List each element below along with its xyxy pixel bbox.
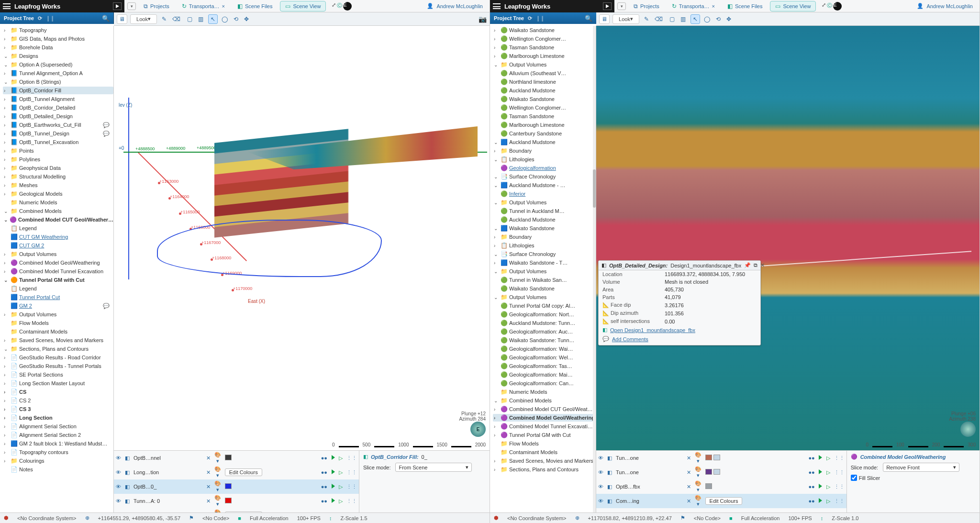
expand-icon[interactable]: › — [494, 36, 499, 42]
tree-item[interactable]: ⌄🟦Waikato Sandstone — [493, 224, 596, 232]
tree-item[interactable]: 🟢Geologicalformation: Mai… — [493, 371, 596, 378]
remove-layer-icon[interactable]: ✕ — [204, 465, 212, 479]
expand-icon[interactable]: › — [4, 97, 9, 102]
opacity-slider-icon[interactable]: ●● — [806, 494, 816, 508]
refresh-icon[interactable]: ⟳ — [38, 15, 42, 22]
expand-icon[interactable]: › — [4, 148, 9, 154]
layer-row[interactable]: 👁◧Long…tion✕🎨▾Edit Colours●●▷⋮⋮ — [114, 465, 359, 479]
play-outline-icon[interactable]: ▷ — [337, 451, 345, 465]
remove-layer-icon[interactable]: ✕ — [204, 479, 212, 494]
tree-item[interactable]: ›🟢Tasman Sandstone — [493, 44, 596, 51]
tree-item[interactable]: ›🟣Tunnel Portal GM with Cut — [493, 431, 596, 439]
tree-item[interactable]: ⌄📁Output Volumes — [493, 293, 596, 301]
tree-item[interactable]: ⌄📑Surface Chronology — [493, 173, 596, 180]
opacity-slider-icon[interactable]: ●● — [806, 465, 816, 479]
tab-dropdown-icon[interactable]: ▾ — [127, 2, 136, 10]
scene-viewport-left[interactable]: lev (Z) +0 East (X) +1163000+1164000+116… — [114, 26, 490, 450]
tree-item[interactable]: ›📋Lithologies — [493, 242, 596, 249]
expand-icon[interactable]: › — [494, 234, 499, 240]
layer-list-right[interactable]: 👁◧Tun…one✕🎨▾ ●●▷⋮⋮👁◧Tun…one✕🎨▾ ●●▷⋮⋮👁◧Op… — [596, 451, 846, 512]
expand-icon[interactable]: ⌄ — [494, 252, 499, 257]
tree-item[interactable]: ›📁Colourings — [3, 457, 113, 465]
expand-icon[interactable]: › — [4, 71, 9, 76]
play-filled-icon[interactable] — [329, 508, 337, 512]
tab-projects[interactable]: ⧉Projects — [139, 1, 174, 11]
play-filled-icon[interactable] — [817, 451, 824, 465]
remove-layer-icon[interactable]: ✕ — [685, 465, 693, 479]
expand-icon[interactable]: › — [4, 433, 9, 438]
expand-icon[interactable]: › — [494, 45, 499, 50]
visibility-icon[interactable]: 👁 — [596, 465, 605, 479]
pin-icon[interactable]: 📌 — [744, 262, 751, 268]
tree-item[interactable]: ›📘OptB_Corridor_Detailed — [3, 104, 113, 111]
tree-item[interactable]: 📁Numeric Models — [3, 199, 113, 206]
popout-icon[interactable]: ⧉ — [754, 262, 757, 268]
expand-icon[interactable]: › — [494, 28, 499, 33]
expand-icon[interactable]: ⌄ — [4, 79, 9, 85]
grip-icon[interactable]: ⋮⋮ — [832, 465, 846, 479]
tree-item[interactable]: ›📄Alignment Serial Section — [3, 423, 113, 430]
tree-item[interactable]: ›📁Boundary — [493, 233, 596, 241]
expand-icon[interactable]: › — [4, 174, 9, 179]
grip-icon[interactable]: ⋮⋮ — [345, 451, 359, 465]
ruler-icon[interactable]: ⤢ — [822, 2, 826, 11]
expand-icon[interactable]: › — [4, 458, 9, 464]
tree-item[interactable]: ›📘OptB_Tunnel_Design💬 — [3, 130, 113, 137]
grip-icon[interactable]: ⋮⋮ — [345, 508, 359, 512]
tree-item[interactable]: 🟢Marlborough Limestone — [493, 121, 596, 129]
layer-row[interactable]: 👁◧CS 3✕🎨▾Edit Colours●●▷⋮⋮ — [114, 508, 359, 512]
tree-item[interactable]: ›📘OptB_Detailed_Design — [3, 112, 113, 120]
tree-item[interactable]: 🟢Geologicalformation: Wai… — [493, 345, 596, 353]
tree-item[interactable]: ⌄📁Sections, Plans and Contours — [3, 345, 113, 353]
layer-row[interactable]: 👁◧OptB…0_✕🎨▾●●▷⋮⋮ — [114, 479, 359, 494]
tree-item[interactable]: ›📘Tunnel Alignment_Option A — [3, 69, 113, 77]
expand-icon[interactable]: › — [494, 243, 499, 248]
layer-row[interactable]: 👁◧Tun…one✕🎨▾ ●●▷⋮⋮ — [596, 465, 846, 479]
colour-swatch[interactable] — [705, 469, 712, 475]
look-dropdown[interactable]: Look ▾ — [130, 14, 157, 24]
expand-icon[interactable]: ⌄ — [494, 295, 499, 300]
comment-icon[interactable]: 💬 — [103, 303, 112, 309]
tree-item[interactable]: ›📄Long Section — [3, 414, 113, 422]
play-filled-icon[interactable] — [817, 494, 824, 508]
camera-icon[interactable]: 📷 — [479, 15, 487, 23]
visibility-icon[interactable]: 👁 — [596, 479, 605, 494]
tree-item[interactable]: 🟦GM 2💬 — [3, 302, 113, 310]
expand-icon[interactable]: ⌄ — [494, 398, 499, 403]
tree-item[interactable]: ›🟦GM 2 fault block 1: Westland Mudst… — [3, 440, 113, 447]
tree-item[interactable]: ›🟢Marlborough Limestone — [493, 52, 596, 60]
tree-item[interactable]: ⌄📁Output Volumes — [493, 267, 596, 275]
tree-item[interactable]: ›📁Points — [3, 147, 113, 155]
expand-icon[interactable]: › — [494, 54, 499, 59]
fill-slicer-input[interactable] — [851, 475, 857, 481]
expand-icon[interactable]: › — [4, 36, 9, 42]
slice-mode-select[interactable]: Remove Front▾ — [883, 463, 959, 472]
paint-icon[interactable]: 🎨▾ — [212, 465, 223, 479]
tree-item[interactable]: 🟢Northland limestone — [493, 78, 596, 86]
remove-layer-icon[interactable]: ✕ — [204, 494, 212, 508]
tab-transport[interactable]: ↻Transporta…× — [177, 1, 230, 11]
scrollbar[interactable] — [593, 26, 596, 512]
slice-mode-select[interactable]: From Scene▾ — [395, 463, 472, 472]
rotate-icon[interactable]: ⟲ — [232, 14, 240, 24]
tree-item[interactable]: 🟢Auckland Mudstone: Tunn… — [493, 319, 596, 327]
expand-icon[interactable]: › — [4, 45, 9, 50]
edit-colours-button[interactable]: Edit Colours — [225, 468, 262, 476]
tree-item[interactable]: ›📁Geophysical Data — [3, 164, 113, 172]
ruler-icon[interactable]: ⤢ — [332, 2, 336, 11]
play-filled-icon[interactable] — [329, 494, 337, 508]
chain-c-icon[interactable]: Ⓒ — [827, 2, 832, 11]
hamburger-icon[interactable] — [493, 3, 501, 9]
look-dropdown[interactable]: Look ▾ — [612, 14, 639, 24]
layer-row[interactable]: 👁◧Tunn…A: 0✕🎨▾●●▷⋮⋮ — [114, 494, 359, 508]
tree-item[interactable]: ›📘OptB_Tunnel Alignment — [3, 95, 113, 103]
layer-row[interactable]: 👁◧OptB…nnel✕🎨▾●●▷⋮⋮ — [114, 451, 359, 465]
tree-item[interactable]: ›🟣Combined Model Geol/Weathering — [3, 259, 113, 267]
record-icon[interactable] — [603, 2, 612, 10]
project-tree-right[interactable]: ›🟢Waikato Sandstone›🟢Wellington Conglome… — [490, 26, 596, 512]
tree-item[interactable]: ›📄CS 3 — [3, 405, 113, 413]
tree-item[interactable]: 📁Numeric Models — [493, 388, 596, 396]
tree-item[interactable]: 🟦CUT GM Weathering — [3, 233, 113, 241]
tree-item[interactable]: 🟢Waikato Sandstone — [493, 285, 596, 292]
tree-item[interactable]: ›🟢Waikato Sandstone — [493, 26, 596, 34]
